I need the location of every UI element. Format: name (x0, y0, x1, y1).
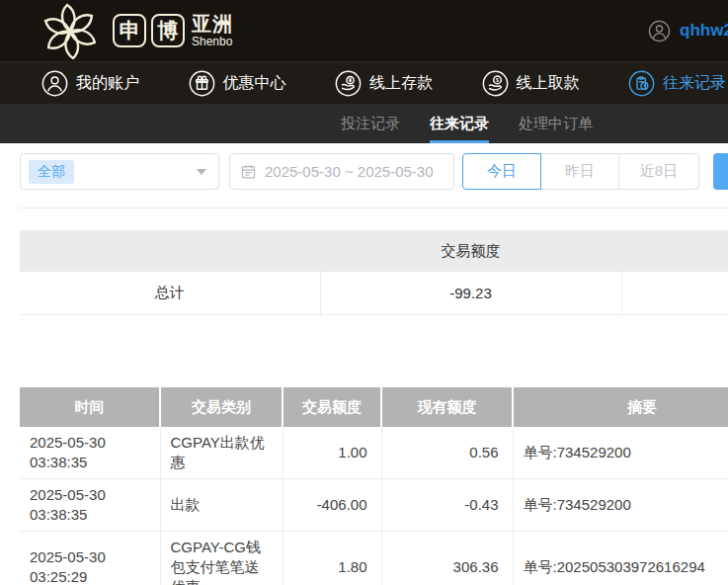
summary-header-amount: 交易额度 (320, 230, 621, 272)
records-icon (628, 70, 655, 97)
records-table: 时间交易类别交易额度现有额度摘要 2025-05-30 03:38:35CGPA… (20, 387, 728, 585)
table-cell: -0.43 (381, 479, 513, 532)
avatar-icon (648, 20, 671, 42)
table-row: 2025-05-30 03:38:35出款-406.00-0.43单号:7345… (20, 479, 728, 532)
brand-char-shen: 申 (113, 14, 146, 47)
quick-date-buttons: 今日 昨日 近8日 (462, 153, 699, 190)
date-range-picker[interactable]: 2025-05-30 ~ 2025-05-30 (229, 153, 454, 190)
tab-betting-records[interactable]: 投注记录 (341, 104, 400, 143)
calendar-icon (240, 163, 257, 180)
summary-total-label: 总计 (20, 272, 320, 314)
user-icon (41, 70, 68, 97)
withdraw-icon: $ (482, 70, 509, 97)
summary-header-row: 交易额度 (20, 230, 728, 272)
table-row: 2025-05-30 03:25:29CGPAY-CG钱包支付笔笔送优惠1.80… (20, 532, 728, 585)
table-cell: 2025-05-30 03:38:35 (20, 427, 160, 479)
page: 申 博 亚洲 Shenbo qhhw2 我的账户 (0, 0, 728, 585)
summary-header-empty (621, 230, 728, 272)
table-cell: 出款 (160, 479, 283, 532)
gift-icon (189, 70, 215, 97)
table-cell: CGPAY-CG钱包支付笔笔送优惠 (160, 532, 283, 585)
yesterday-button[interactable]: 昨日 (540, 153, 619, 190)
summary-table: 交易额度 总计 -99.23 (20, 230, 728, 315)
main-navigation: 我的账户 优惠中心 线上存款 (0, 61, 728, 104)
last-8-days-button[interactable]: 近8日 (618, 153, 699, 190)
nav-item-withdraw[interactable]: $ 线上取款 (482, 70, 580, 97)
table-cell: 306.36 (381, 532, 513, 585)
table-cell: 1.00 (283, 427, 381, 479)
nav-label: 线上取款 (517, 73, 580, 94)
column-header: 交易额度 (283, 387, 381, 427)
search-button[interactable] (713, 153, 728, 190)
svg-text:$: $ (495, 76, 499, 82)
table-cell: 2025-05-30 03:25:29 (20, 532, 160, 585)
summary-total-value: -99.23 (320, 272, 621, 314)
brand-latin-name: Shenbo (192, 35, 233, 48)
date-range-value: 2025-05-30 ~ 2025-05-30 (265, 163, 434, 180)
username-label[interactable]: qhhw2 (680, 21, 728, 41)
brand-char-bo: 博 (151, 14, 185, 47)
tab-pending-orders[interactable]: 处理中订单 (519, 104, 593, 143)
table-cell: -406.00 (283, 479, 381, 532)
brand-logo[interactable]: 申 博 亚洲 Shenbo (0, 2, 233, 59)
tab-transaction-records[interactable]: 往来记录 (430, 104, 489, 143)
type-filter-select[interactable]: 全部 (20, 153, 219, 190)
nav-label: 我的账户 (76, 73, 139, 94)
brand-characters: 申 博 (113, 14, 185, 47)
selected-filter-tag[interactable]: 全部 (29, 160, 74, 184)
nav-item-my-account[interactable]: 我的账户 (41, 70, 139, 97)
table-cell: 单号:202505303972616294 (513, 532, 728, 585)
table-row: 2025-05-30 03:38:35CGPAY出款优惠1.000.56单号:7… (20, 427, 728, 479)
nav-item-deposit[interactable]: 线上存款 (335, 70, 433, 97)
nav-item-transaction-records[interactable]: 往来记录 (628, 70, 726, 97)
nav-item-promotions[interactable]: 优惠中心 (189, 70, 286, 97)
today-button[interactable]: 今日 (462, 153, 541, 190)
brand-region: 亚洲 (192, 13, 233, 35)
column-header: 时间 (20, 387, 160, 427)
column-header: 交易类别 (160, 387, 283, 427)
deposit-icon (335, 70, 362, 97)
flower-logo-icon (38, 2, 103, 59)
summary-header-empty (20, 230, 320, 272)
column-header: 摘要 (513, 387, 728, 427)
chevron-down-icon (197, 169, 206, 175)
table-cell: CGPAY出款优惠 (160, 427, 283, 479)
table-cell: 单号:734529200 (513, 427, 728, 479)
nav-label: 往来记录 (663, 73, 726, 94)
sub-navigation: 投注记录 往来记录 处理中订单 (0, 104, 728, 143)
table-cell: 0.56 (381, 427, 513, 479)
records-header-row: 时间交易类别交易额度现有额度摘要 (20, 387, 728, 427)
section-divider (20, 208, 728, 209)
user-account-area[interactable]: qhhw2 (648, 0, 728, 61)
table-cell: 1.80 (283, 532, 381, 585)
table-cell: 单号:734529200 (513, 479, 728, 532)
nav-label: 线上存款 (369, 73, 433, 94)
top-brand-bar: 申 博 亚洲 Shenbo qhhw2 (0, 0, 728, 61)
column-header: 现有额度 (381, 387, 513, 427)
summary-total-row: 总计 -99.23 (20, 272, 728, 314)
summary-empty-cell (621, 272, 728, 314)
table-cell: 2025-05-30 03:38:35 (20, 479, 160, 532)
nav-label: 优惠中心 (223, 73, 286, 94)
